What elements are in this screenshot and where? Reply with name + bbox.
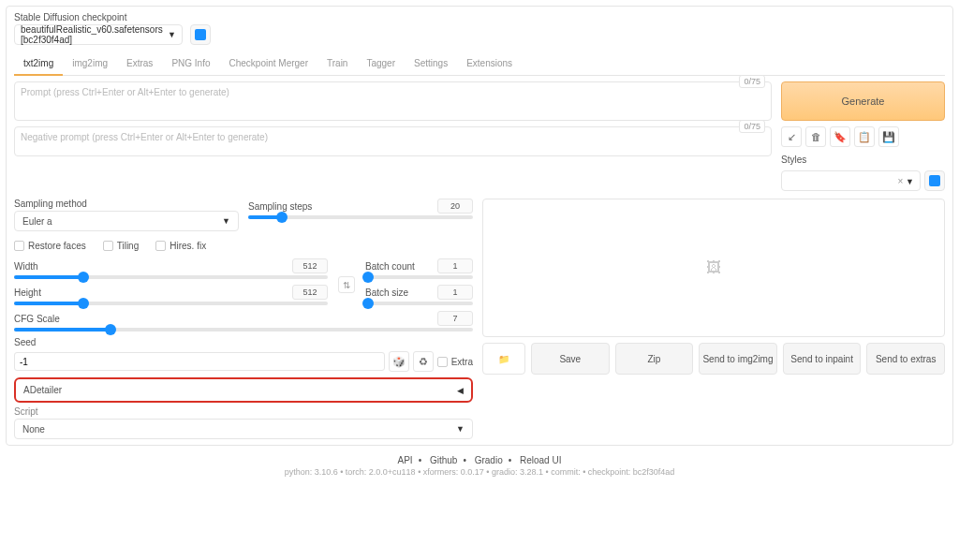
width-value[interactable]: 512 — [292, 258, 328, 273]
tab-extras[interactable]: Extras — [117, 52, 162, 75]
trash-icon-button[interactable]: 🗑 — [805, 126, 826, 147]
batch-count-label: Batch count — [365, 261, 415, 272]
recycle-icon: ♻ — [419, 356, 428, 368]
refresh-icon — [195, 29, 206, 40]
seed-recycle-button[interactable]: ♻ — [413, 351, 434, 372]
bookmark-icon: 🔖 — [834, 131, 847, 143]
cfg-value[interactable]: 7 — [437, 311, 473, 326]
bookmark-icon-button[interactable]: 🔖 — [830, 126, 850, 147]
script-label: Script — [14, 406, 473, 417]
styles-select[interactable]: × ▼ — [781, 170, 921, 191]
seed-label: Seed — [14, 337, 473, 347]
chevron-down-icon: ▼ — [456, 424, 465, 434]
prompt-token-count: 0/75 — [739, 75, 765, 88]
footer-api-link[interactable]: API — [398, 455, 413, 465]
cfg-slider[interactable] — [14, 328, 473, 332]
styles-label: Styles — [781, 155, 945, 165]
tab-settings[interactable]: Settings — [405, 52, 457, 75]
width-slider[interactable] — [14, 275, 328, 279]
refresh-checkpoint-button[interactable] — [190, 24, 211, 45]
sampling-steps-slider[interactable] — [248, 215, 473, 219]
prompt-placeholder: Prompt (press Ctrl+Enter or Alt+Enter to… — [21, 87, 229, 97]
clipboard-icon: 📋 — [858, 131, 871, 143]
batch-count-slider[interactable] — [365, 275, 473, 279]
sampling-steps-label: Sampling steps — [248, 201, 312, 212]
hires-fix-checkbox[interactable]: Hires. fix — [155, 241, 206, 251]
batch-size-slider[interactable] — [365, 302, 473, 305]
chevron-down-icon: ▼ — [222, 216, 230, 226]
refresh-styles-button[interactable] — [924, 170, 945, 191]
dice-icon: 🎲 — [392, 356, 406, 368]
refresh-icon — [929, 175, 940, 186]
tab-train[interactable]: Train — [317, 52, 357, 75]
sampling-method-label: Sampling method — [14, 199, 239, 209]
triangle-left-icon: ◀ — [457, 386, 464, 395]
chevron-down-icon: ▼ — [906, 177, 914, 186]
open-folder-button[interactable]: 📁 — [482, 343, 525, 375]
chevron-down-icon: ▼ — [168, 30, 176, 39]
send-inpaint-button[interactable]: Send to inpaint — [783, 343, 862, 375]
cfg-label: CFG Scale — [14, 314, 60, 324]
checkpoint-select[interactable]: beautifulRealistic_v60.safetensors [bc2f… — [14, 24, 183, 45]
batch-size-value[interactable]: 1 — [437, 285, 473, 300]
adetailer-accordion[interactable]: ADetailer ◀ — [14, 377, 473, 403]
clipboard-icon-button[interactable]: 📋 — [854, 126, 875, 147]
batch-size-label: Batch size — [365, 287, 408, 298]
batch-count-value[interactable]: 1 — [437, 258, 473, 273]
tiling-checkbox[interactable]: Tiling — [103, 241, 140, 251]
checkpoint-label: Stable Diffusion checkpoint — [14, 12, 945, 22]
height-value[interactable]: 512 — [292, 285, 328, 300]
seed-dice-button[interactable]: 🎲 — [389, 351, 409, 372]
width-label: Width — [14, 261, 38, 272]
script-select[interactable]: None ▼ — [14, 419, 473, 439]
neg-placeholder: Negative prompt (press Ctrl+Enter or Alt… — [21, 132, 268, 142]
save-button[interactable]: Save — [531, 343, 610, 375]
neg-token-count: 0/75 — [739, 120, 765, 133]
seed-extra-checkbox[interactable]: Extra — [437, 357, 473, 367]
image-preview: 🖼 — [482, 199, 945, 337]
prompt-input[interactable]: 0/75 Prompt (press Ctrl+Enter or Alt+Ent… — [14, 81, 772, 121]
zip-button[interactable]: Zip — [615, 343, 694, 375]
height-slider[interactable] — [14, 302, 328, 305]
footer-links: API• Github• Gradio• Reload UI — [6, 455, 953, 465]
arrow-icon: ↙ — [788, 131, 796, 143]
tab-txt2img[interactable]: txt2img — [14, 52, 63, 76]
sampling-steps-value[interactable]: 20 — [437, 199, 473, 214]
tab-tagger[interactable]: Tagger — [357, 52, 405, 75]
checkpoint-value: beautifulRealistic_v60.safetensors [bc2f… — [21, 24, 168, 45]
tab-pnginfo[interactable]: PNG Info — [162, 52, 219, 75]
swap-dimensions-button[interactable]: ⇅ — [338, 276, 355, 293]
main-tabs: txt2img img2img Extras PNG Info Checkpoi… — [14, 52, 945, 76]
generate-button[interactable]: Generate — [781, 81, 945, 121]
neg-prompt-input[interactable]: 0/75 Negative prompt (press Ctrl+Enter o… — [14, 126, 772, 156]
tab-checkpoint-merger[interactable]: Checkpoint Merger — [220, 52, 317, 75]
image-placeholder-icon: 🖼 — [706, 259, 721, 276]
footer-gradio-link[interactable]: Gradio — [475, 455, 503, 465]
restore-faces-checkbox[interactable]: Restore faces — [14, 241, 86, 251]
arrow-icon-button[interactable]: ↙ — [781, 126, 802, 147]
footer-reload-link[interactable]: Reload UI — [520, 455, 561, 465]
sampling-method-select[interactable]: Euler a ▼ — [14, 211, 239, 231]
footer-version-info: python: 3.10.6 • torch: 2.0.0+cu118 • xf… — [6, 467, 953, 477]
tab-extensions[interactable]: Extensions — [457, 52, 522, 75]
save-icon: 💾 — [882, 131, 895, 143]
send-img2img-button[interactable]: Send to img2img — [699, 343, 777, 375]
save-style-button[interactable]: 💾 — [878, 126, 899, 147]
trash-icon: 🗑 — [811, 131, 821, 142]
footer-github-link[interactable]: Github — [430, 455, 457, 465]
height-label: Height — [14, 287, 41, 298]
seed-input[interactable] — [14, 352, 385, 371]
tab-img2img[interactable]: img2img — [63, 52, 117, 75]
send-extras-button[interactable]: Send to extras — [866, 343, 945, 375]
folder-icon: 📁 — [498, 354, 509, 364]
